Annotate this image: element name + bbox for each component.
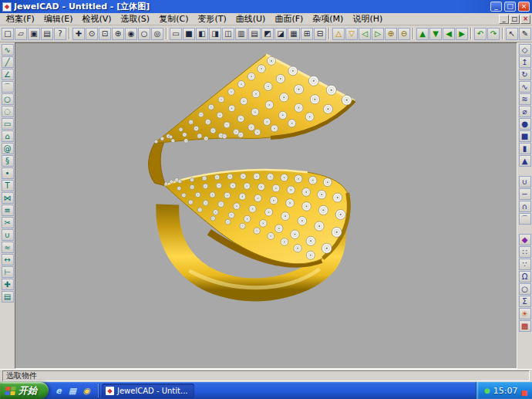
rotate-view-button[interactable]: ⊙ [86, 28, 98, 40]
print-button[interactable]: ▤ [41, 28, 53, 40]
layers-button[interactable]: ▤ [2, 291, 14, 303]
freeform-curve-button[interactable]: ∿ [2, 44, 14, 56]
start-button[interactable]: 开始 [0, 382, 49, 399]
gem-button[interactable]: ◆ [519, 234, 531, 245]
quad-view-button[interactable]: ◫ [222, 28, 234, 40]
zoom-extents-button[interactable]: ⊕ [112, 28, 124, 40]
box-primitive-button[interactable]: ■ [519, 130, 531, 142]
sweep-surface-button[interactable]: ∿ [519, 81, 531, 93]
fillet-button[interactable]: ⌒ [519, 213, 531, 225]
help-button[interactable]: ? [54, 28, 66, 40]
internet-explorer-icon[interactable]: e [53, 385, 64, 396]
snap-button[interactable]: ✚ [2, 279, 14, 290]
ring-sizer-button[interactable]: ○ [519, 283, 531, 295]
pan-up-button[interactable]: ▲ [416, 28, 429, 40]
pan-view-button[interactable]: ✚ [72, 28, 85, 40]
split-left-button[interactable]: ◧ [196, 28, 208, 40]
pipe-surface-button[interactable]: ⌀ [519, 106, 531, 117]
dimension-button[interactable]: ⊢ [2, 266, 14, 278]
rotate-down-button[interactable]: ▽ [345, 28, 358, 40]
shaded-mode-button[interactable]: ■ [183, 28, 195, 40]
loft-surface-button[interactable]: ≋ [519, 93, 531, 105]
helix-button[interactable]: § [2, 155, 14, 167]
zoom-window-button[interactable]: ⊡ [99, 28, 111, 40]
bail-button[interactable]: Ω [519, 271, 531, 282]
tray-alert-icon[interactable]: ■ [520, 389, 527, 397]
menu-file[interactable]: 档案(F) [2, 13, 39, 25]
sphere-primitive-button[interactable]: ● [519, 118, 531, 130]
material-button[interactable]: ▩ [519, 320, 531, 332]
spiral-button[interactable]: @ [2, 143, 14, 154]
circle-button[interactable]: ○ [2, 93, 14, 105]
text-tool-button[interactable]: T [2, 180, 14, 191]
menu-misc[interactable]: 杂项(M) [308, 13, 348, 25]
rectangle-button[interactable]: ▭ [2, 118, 14, 130]
line-button[interactable]: ╱ [2, 56, 14, 68]
redo-button[interactable]: ↷ [487, 28, 500, 40]
ellipse-button[interactable]: ◌ [2, 106, 14, 117]
close-button[interactable]: × [518, 2, 530, 12]
menu-edit[interactable]: 编辑(E) [39, 13, 78, 25]
shaded-view-button[interactable]: ◎ [151, 28, 163, 40]
grid-on-button[interactable]: ⊞ [301, 28, 313, 40]
boolean-subtract-button[interactable]: − [519, 188, 531, 200]
hatch-view-button[interactable]: ▤ [248, 28, 261, 40]
boolean-union-button[interactable]: ∪ [519, 176, 531, 188]
offset-button[interactable]: ≡ [2, 205, 14, 216]
media-player-icon[interactable]: ◉ [81, 385, 92, 396]
minimize-button[interactable]: _ [490, 2, 502, 12]
measure-button[interactable]: ↔ [2, 254, 14, 265]
open-file-button[interactable]: ▱ [15, 28, 27, 40]
pan-down-button[interactable]: ▼ [429, 28, 442, 40]
plane-surface-button[interactable]: ◇ [519, 44, 531, 56]
cylinder-primitive-button[interactable]: ▮ [519, 143, 531, 154]
zoom-in-button[interactable]: ⊕ [385, 28, 397, 40]
rotate-left-button[interactable]: ◁ [359, 28, 371, 40]
child-restore-button[interactable]: □ [510, 15, 520, 24]
single-view-button[interactable]: ▭ [170, 28, 182, 40]
weight-calc-button[interactable]: Σ [519, 296, 531, 307]
render-button[interactable]: ☀ [519, 308, 531, 320]
rotate-right-button[interactable]: ▷ [372, 28, 384, 40]
restore-button[interactable]: □ [504, 2, 516, 12]
new-file-button[interactable]: □ [2, 28, 14, 40]
prong-setting-button[interactable]: ∷ [519, 246, 531, 258]
menu-help[interactable]: 说明(H) [348, 13, 387, 25]
menu-curve[interactable]: 曲线(U) [231, 13, 271, 25]
polygon-button[interactable]: ⌂ [2, 130, 14, 142]
corner-view-a-button[interactable]: ◩ [261, 28, 274, 40]
dense-view-button[interactable]: ▦ [288, 28, 300, 40]
polyline-button[interactable]: ∠ [2, 69, 14, 80]
menu-transform[interactable]: 变形(T) [193, 13, 231, 25]
undo-button[interactable]: ↶ [474, 28, 487, 40]
rotate-up-button[interactable]: △ [332, 28, 345, 40]
pave-pattern-button[interactable]: ∵ [519, 259, 531, 270]
boolean-intersect-button[interactable]: ∩ [519, 201, 531, 212]
pan-left-button[interactable]: ◀ [443, 28, 455, 40]
mesh-view-button[interactable]: ▥ [235, 28, 247, 40]
child-minimize-button[interactable]: _ [499, 15, 509, 24]
cone-primitive-button[interactable]: ▲ [519, 155, 531, 167]
smooth-button[interactable]: ≈ [2, 242, 14, 253]
show-desktop-icon[interactable]: ▦ [67, 385, 78, 396]
menu-view[interactable]: 检视(V) [77, 13, 116, 25]
split-right-button[interactable]: ◨ [209, 28, 221, 40]
join-button[interactable]: ∪ [2, 229, 14, 241]
menu-select[interactable]: 选取(S) [116, 13, 155, 25]
menu-copy[interactable]: 复制(C) [154, 13, 193, 25]
corner-view-b-button[interactable]: ◪ [274, 28, 287, 40]
arc-button[interactable]: ⌒ [2, 81, 14, 93]
grid-off-button[interactable]: ⊟ [314, 28, 326, 40]
child-close-button[interactable]: × [520, 15, 530, 24]
point-button[interactable]: • [2, 167, 14, 179]
extrude-surface-button[interactable]: ↥ [519, 56, 531, 68]
viewport-canvas[interactable] [15, 42, 517, 369]
trim-button[interactable]: ✂ [2, 217, 14, 228]
select-pointer-button[interactable]: ↖ [506, 28, 518, 40]
menu-surface[interactable]: 曲面(F) [270, 13, 308, 25]
edit-pen-button[interactable]: ✎ [519, 28, 531, 40]
revolve-surface-button[interactable]: ↻ [519, 69, 531, 80]
tray-status-icon[interactable]: ● [484, 387, 490, 394]
save-file-button[interactable]: ▣ [28, 28, 40, 40]
spin-view-button[interactable]: ◉ [125, 28, 137, 40]
